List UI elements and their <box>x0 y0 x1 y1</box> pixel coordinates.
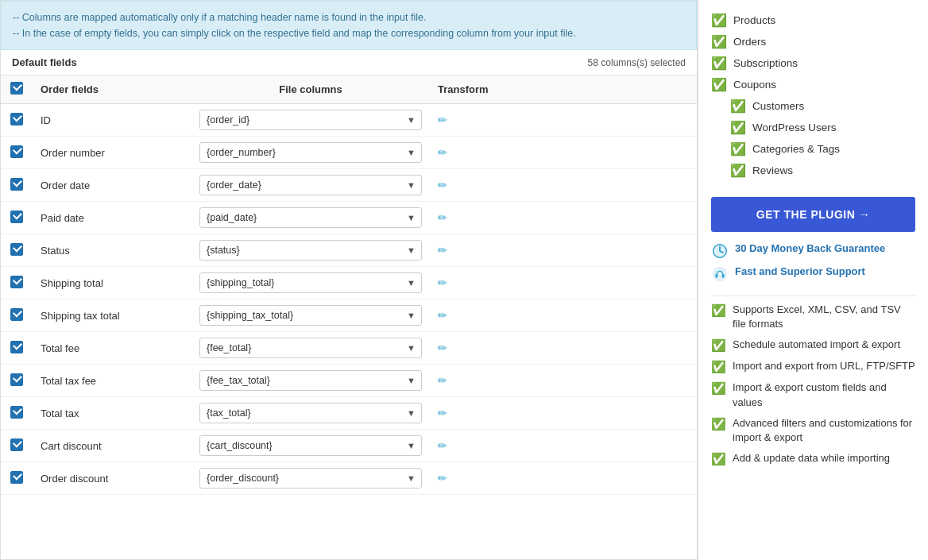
file-column-select[interactable]: {status} <box>199 240 422 261</box>
columns-selected: 58 columns(s) selected <box>588 57 686 68</box>
header-order-fields: Order fields <box>33 75 191 104</box>
default-fields-title: Default fields <box>12 56 77 68</box>
row-checkbox-cell[interactable] <box>1 234 33 267</box>
edit-icon[interactable]: ✏ <box>438 276 447 289</box>
table-row: Cart discount {cart_discount} ▼ ✏ <box>1 430 697 462</box>
edit-icon[interactable]: ✏ <box>438 374 447 387</box>
file-column-select[interactable]: {cart_discount} <box>199 435 422 456</box>
svg-rect-4 <box>722 274 725 278</box>
row-edit-cell: ✏ <box>430 267 697 299</box>
row-file-column-select-cell: {fee_total} ▼ <box>191 332 430 365</box>
select-wrapper: {status} ▼ <box>199 240 422 261</box>
row-checkbox[interactable] <box>10 113 23 126</box>
check-icon: ✅ <box>730 98 746 114</box>
check-icon: ✅ <box>730 120 746 135</box>
row-checkbox[interactable] <box>10 276 23 288</box>
row-checkbox-cell[interactable] <box>1 267 33 299</box>
feature-check-icon: ✅ <box>711 360 726 374</box>
feature-item: ✅ Import and export from URL, FTP/SFTP <box>711 359 915 374</box>
edit-icon[interactable]: ✏ <box>438 342 447 354</box>
nav-sub-item[interactable]: ✅ Customers <box>711 95 915 117</box>
edit-icon[interactable]: ✏ <box>438 472 447 485</box>
row-checkbox[interactable] <box>10 438 23 451</box>
file-column-select[interactable]: {paid_date} <box>199 207 422 228</box>
row-checkbox-cell[interactable] <box>1 137 33 169</box>
edit-icon[interactable]: ✏ <box>438 407 447 419</box>
row-order-field-label: Status <box>33 234 191 267</box>
file-column-select[interactable]: {order_id} <box>199 110 422 130</box>
select-wrapper: {order_id} ▼ <box>199 110 422 130</box>
edit-icon[interactable]: ✏ <box>438 146 447 159</box>
table-row: Order date {order_date} ▼ ✏ <box>1 169 697 202</box>
select-all-checkbox[interactable] <box>10 82 23 95</box>
row-checkbox[interactable] <box>10 243 23 256</box>
row-order-field-label: Order discount <box>33 462 191 495</box>
nav-sub-item[interactable]: ✅ Categories & Tags <box>711 138 915 160</box>
file-column-select[interactable]: {tax_total} <box>199 403 422 423</box>
select-wrapper: {tax_total} ▼ <box>199 403 422 423</box>
select-wrapper: {cart_discount} ▼ <box>199 435 422 456</box>
file-column-select[interactable]: {order_number} <box>199 142 422 163</box>
feature-check-icon: ✅ <box>711 303 726 318</box>
row-checkbox[interactable] <box>10 210 23 223</box>
edit-icon[interactable]: ✏ <box>438 439 447 452</box>
table-row: Shipping total {shipping_total} ▼ ✏ <box>1 267 697 299</box>
row-checkbox-cell[interactable] <box>1 365 33 397</box>
row-checkbox[interactable] <box>10 308 23 321</box>
row-checkbox-cell[interactable] <box>1 332 33 365</box>
row-checkbox-cell[interactable] <box>1 169 33 202</box>
nav-item[interactable]: ✅ Products <box>711 10 915 31</box>
check-icon: ✅ <box>730 141 746 156</box>
feature-text: Add & update data while importing <box>733 451 890 465</box>
file-column-select[interactable]: {order_discount} <box>199 468 422 489</box>
row-edit-cell: ✏ <box>430 104 697 137</box>
edit-icon[interactable]: ✏ <box>438 179 447 191</box>
row-checkbox-cell[interactable] <box>1 462 33 495</box>
file-column-select[interactable]: {fee_tax_total} <box>199 370 422 391</box>
nav-sub-item-label: Categories & Tags <box>752 143 840 155</box>
default-fields-header: Default fields 58 columns(s) selected <box>1 50 697 75</box>
row-edit-cell: ✏ <box>430 365 697 397</box>
row-checkbox-cell[interactable] <box>1 430 33 462</box>
row-checkbox[interactable] <box>10 471 23 484</box>
nav-item[interactable]: ✅ Coupons <box>711 74 915 95</box>
edit-icon[interactable]: ✏ <box>438 211 447 224</box>
row-file-column-select-cell: {order_number} ▼ <box>191 137 430 169</box>
row-checkbox[interactable] <box>10 406 23 419</box>
get-plugin-button[interactable]: GET THE PLUGIN → <box>711 197 915 232</box>
support-icon <box>711 265 729 283</box>
table-row: Status {status} ▼ ✏ <box>1 234 697 267</box>
edit-icon[interactable]: ✏ <box>438 244 447 257</box>
feature-text: Import and export from URL, FTP/SFTP <box>733 359 915 373</box>
row-file-column-select-cell: {order_discount} ▼ <box>191 462 430 495</box>
nav-item-label: Orders <box>733 36 766 48</box>
edit-icon[interactable]: ✏ <box>438 114 447 126</box>
row-edit-cell: ✏ <box>430 202 697 234</box>
support-item: Fast and Superior Support <box>711 265 915 283</box>
row-checkbox[interactable] <box>10 178 23 191</box>
row-checkbox-cell[interactable] <box>1 299 33 332</box>
edit-icon[interactable]: ✏ <box>438 309 447 322</box>
row-checkbox-cell[interactable] <box>1 397 33 430</box>
table-row: Total tax {tax_total} ▼ ✏ <box>1 397 697 430</box>
row-edit-cell: ✏ <box>430 234 697 267</box>
check-icon: ✅ <box>711 34 727 49</box>
file-column-select[interactable]: {fee_total} <box>199 338 422 358</box>
nav-sub-item[interactable]: ✅ Reviews <box>711 160 915 181</box>
nav-item[interactable]: ✅ Subscriptions <box>711 52 915 74</box>
row-checkbox[interactable] <box>10 373 23 386</box>
nav-item[interactable]: ✅ Orders <box>711 31 915 52</box>
row-checkbox[interactable] <box>10 145 23 158</box>
file-column-select[interactable]: {order_date} <box>199 175 422 195</box>
row-checkbox-cell[interactable] <box>1 104 33 137</box>
file-column-select[interactable]: {shipping_total} <box>199 272 422 293</box>
row-checkbox-cell[interactable] <box>1 202 33 234</box>
svg-rect-3 <box>716 274 718 278</box>
header-checkbox-cell[interactable] <box>1 75 33 104</box>
row-checkbox[interactable] <box>10 341 23 353</box>
row-order-field-label: Total tax <box>33 397 191 430</box>
row-file-column-select-cell: {shipping_tax_total} ▼ <box>191 299 430 332</box>
feature-check-icon: ✅ <box>711 381 726 396</box>
file-column-select[interactable]: {shipping_tax_total} <box>199 305 422 326</box>
nav-sub-item[interactable]: ✅ WordPress Users <box>711 117 915 138</box>
